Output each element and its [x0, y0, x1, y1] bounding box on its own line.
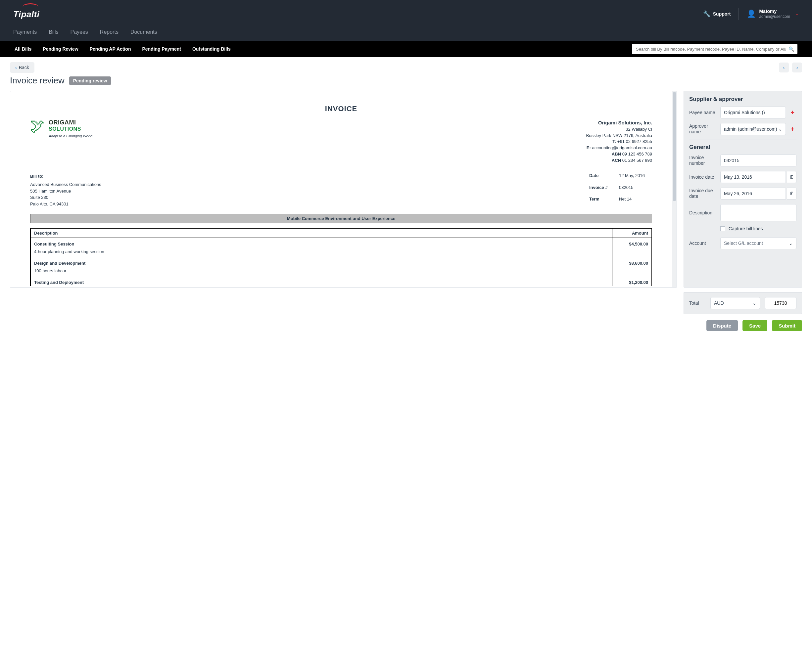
- subnav-all-bills[interactable]: All Bills: [15, 46, 31, 52]
- invoice-number-label: Invoice number: [689, 155, 718, 166]
- account-select[interactable]: Select G/L account ⌄: [720, 237, 797, 249]
- logo-arc-icon: [22, 3, 38, 7]
- add-payee-button[interactable]: +: [788, 107, 797, 119]
- invoice-due-input[interactable]: [720, 187, 786, 199]
- save-button[interactable]: Save: [742, 320, 767, 331]
- invoice-title: INVOICE: [30, 105, 652, 113]
- invoice-due-picker[interactable]: 🗓: [787, 187, 797, 199]
- calendar-icon: 🗓: [790, 191, 794, 196]
- user-menu[interactable]: 👤 Matomy admin@user.com ⌄: [747, 9, 799, 19]
- nav-reports[interactable]: Reports: [100, 29, 118, 35]
- table-row: Testing and Deployment$1,200.00: [31, 277, 652, 286]
- invoice-number-input[interactable]: [720, 155, 797, 167]
- nav-documents[interactable]: Documents: [130, 29, 157, 35]
- section-general: General: [689, 140, 797, 151]
- nav-payments[interactable]: Payments: [13, 29, 37, 35]
- user-email: admin@user.com: [759, 14, 790, 19]
- total-label: Total: [689, 300, 706, 306]
- chevron-left-icon: ‹: [15, 65, 17, 70]
- user-name: Matomy: [759, 9, 790, 14]
- primary-nav: Payments Bills Payees Reports Documents: [13, 22, 799, 41]
- payee-name-label: Payee name: [689, 110, 718, 116]
- invoice-due-label: Invoice due date: [689, 188, 718, 199]
- brand-text: Tipalti: [13, 9, 40, 19]
- invoice-date-input[interactable]: [720, 171, 786, 183]
- invoice-date-picker[interactable]: 🗓: [787, 171, 797, 183]
- payee-name-input[interactable]: [720, 107, 786, 119]
- table-row: Design and Development$8,600.00: [31, 257, 652, 267]
- subnav-pending-review[interactable]: Pending Review: [43, 46, 78, 52]
- chevron-left-icon: ‹: [783, 65, 785, 70]
- bill-to-block: Bill to: Advanced Business Communication…: [30, 173, 101, 208]
- calendar-icon: 🗓: [790, 174, 794, 180]
- invoice-date-label: Invoice date: [689, 174, 718, 180]
- supplier-name-lower: SOLUTIONS: [49, 126, 92, 132]
- support-link[interactable]: 🔧 Support: [703, 10, 731, 17]
- document-viewer: INVOICE 🕊 ORIGAMI SOLUTIONS Adapt to a C…: [10, 91, 677, 288]
- invoice-meta: Date12 May, 2016 Invoice #032015 TermNet…: [589, 173, 652, 208]
- wrench-icon: 🔧: [703, 10, 710, 17]
- account-label: Account: [689, 240, 718, 246]
- chevron-down-icon: ⌄: [789, 240, 793, 246]
- total-amount-input[interactable]: [765, 297, 797, 309]
- dispute-button[interactable]: Dispute: [706, 320, 738, 331]
- page-title: Invoice review: [10, 75, 65, 86]
- add-approver-button[interactable]: +: [788, 123, 797, 135]
- table-row: 4-hour planning and working session: [31, 248, 652, 257]
- currency-select[interactable]: AUD ⌄: [710, 297, 760, 309]
- chevron-down-icon: ⌄: [778, 126, 782, 132]
- table-row: Consulting Session$4,500.00: [31, 238, 652, 248]
- support-label: Support: [713, 11, 731, 17]
- origami-bird-icon: 🕊: [30, 119, 45, 132]
- chevron-down-icon: ⌄: [795, 12, 799, 16]
- subnav-pending-payment[interactable]: Pending Payment: [142, 46, 181, 52]
- back-label: Back: [19, 65, 29, 70]
- divider: [739, 8, 739, 20]
- supplier-name-upper: ORIGAMI: [49, 119, 92, 126]
- col-amount: Amount: [612, 228, 652, 238]
- nav-bills[interactable]: Bills: [49, 29, 58, 35]
- plus-icon: +: [790, 109, 795, 116]
- chevron-down-icon: ⌄: [752, 300, 756, 306]
- back-button[interactable]: ‹ Back: [10, 62, 34, 73]
- approver-select[interactable]: admin (admin@user.com) ⌄: [720, 123, 786, 135]
- chevron-right-icon: ›: [797, 65, 798, 70]
- supplier-tagline: Adapt to a Changing World: [49, 134, 92, 138]
- subnav-pending-ap[interactable]: Pending AP Action: [90, 46, 131, 52]
- details-panel: Supplier & approver Payee name + Approve…: [684, 91, 802, 288]
- submit-button[interactable]: Submit: [772, 320, 802, 331]
- brand-logo[interactable]: Tipalti: [13, 9, 40, 20]
- section-supplier-approver: Supplier & approver: [689, 96, 797, 102]
- table-row: 100 hours labour: [31, 267, 652, 277]
- user-icon: 👤: [747, 10, 756, 18]
- supplier-address: Origami Solutions, Inc. 32 Wallaby Cl Bo…: [586, 119, 652, 164]
- search-input[interactable]: [632, 44, 797, 54]
- project-bar: Mobile Commerce Environment and User Exp…: [30, 214, 652, 223]
- secondary-nav: All Bills Pending Review Pending AP Acti…: [0, 41, 812, 57]
- capture-bill-lines-label: Capture bill lines: [728, 226, 763, 231]
- subnav-outstanding[interactable]: Outstanding Bills: [192, 46, 231, 52]
- plus-icon: +: [790, 126, 795, 133]
- nav-payees[interactable]: Payees: [70, 29, 88, 35]
- topbar: Tipalti 🔧 Support 👤 Matomy admin@user.co…: [0, 0, 812, 41]
- capture-bill-lines-checkbox[interactable]: [720, 226, 725, 231]
- search-icon: 🔍: [788, 46, 794, 52]
- scrollbar[interactable]: [672, 91, 677, 287]
- pager-next[interactable]: ›: [792, 63, 802, 73]
- approver-name-label: Approver name: [689, 123, 718, 134]
- status-badge: Pending review: [69, 77, 111, 85]
- description-input[interactable]: [720, 204, 797, 221]
- pager-prev[interactable]: ‹: [779, 63, 789, 73]
- description-label: Description: [689, 210, 718, 216]
- total-box: Total AUD ⌄: [684, 292, 802, 314]
- line-items-table: DescriptionAmount Consulting Session$4,5…: [30, 228, 652, 286]
- col-description: Description: [31, 228, 612, 238]
- scrollbar-thumb[interactable]: [673, 92, 676, 201]
- search-wrap: 🔍: [632, 44, 797, 54]
